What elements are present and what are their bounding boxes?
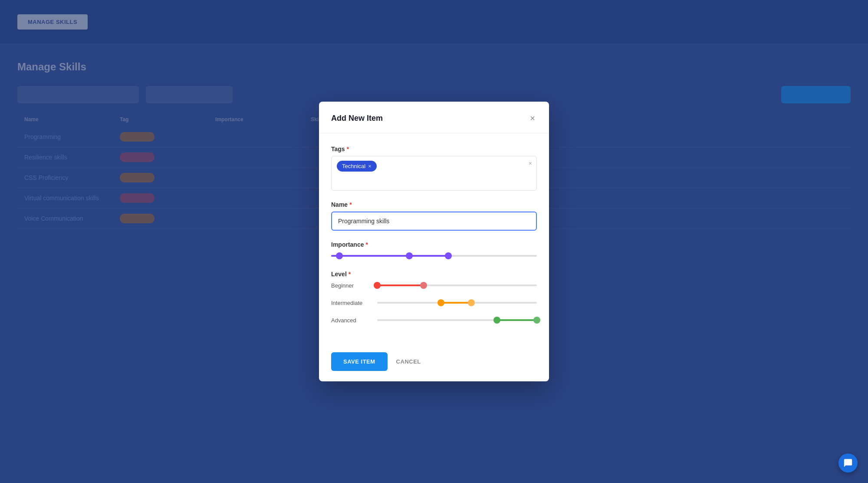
- beginner-thumb-right[interactable]: [420, 282, 427, 289]
- beginner-slider-wrap: [377, 281, 537, 290]
- beginner-thumb-left[interactable]: [374, 282, 381, 289]
- intermediate-level-row: Intermediate: [331, 298, 537, 307]
- beginner-label: Beginner: [331, 282, 370, 289]
- add-new-item-modal: Add New Item × Tags * Technical × ×: [319, 102, 549, 381]
- advanced-level-row: Advanced: [331, 316, 537, 324]
- tags-input-container[interactable]: Technical × ×: [331, 156, 537, 191]
- intermediate-label: Intermediate: [331, 300, 370, 306]
- tag-chip-technical: Technical ×: [337, 161, 377, 172]
- importance-thumb-2[interactable]: [406, 252, 413, 259]
- importance-thumb-1[interactable]: [336, 252, 343, 259]
- cancel-button[interactable]: CANCEL: [395, 352, 423, 371]
- advanced-fill: [497, 319, 537, 321]
- modal-footer: SAVE ITEM CANCEL: [319, 345, 549, 381]
- modal-body: Tags * Technical × × Name *: [319, 133, 549, 345]
- tags-clear-button[interactable]: ×: [529, 160, 532, 167]
- tags-label: Tags *: [331, 146, 537, 152]
- name-input[interactable]: [331, 212, 537, 231]
- intermediate-fill: [441, 302, 471, 304]
- importance-slider-track: [331, 251, 537, 260]
- level-label: Level *: [331, 271, 537, 278]
- tag-chip-label: Technical: [342, 163, 365, 169]
- name-form-group: Name *: [331, 201, 537, 231]
- tag-chip-remove-button[interactable]: ×: [368, 163, 372, 169]
- chat-svg-icon: [843, 458, 853, 468]
- level-form-group: Level * Beginner Intermediate: [331, 271, 537, 324]
- advanced-label: Advanced: [331, 317, 370, 324]
- modal-title: Add New Item: [331, 114, 383, 123]
- tags-form-group: Tags * Technical × ×: [331, 146, 537, 191]
- advanced-thumb-left[interactable]: [493, 317, 500, 324]
- beginner-fill: [377, 285, 424, 286]
- intermediate-slider-wrap: [377, 298, 537, 307]
- advanced-slider-wrap: [377, 316, 537, 324]
- intermediate-thumb-right[interactable]: [468, 299, 475, 306]
- save-item-button[interactable]: SAVE ITEM: [331, 352, 388, 371]
- name-label: Name *: [331, 201, 537, 208]
- importance-label: Importance *: [331, 241, 537, 248]
- beginner-level-row: Beginner: [331, 281, 537, 290]
- intermediate-thumb-left[interactable]: [437, 299, 444, 306]
- modal-close-button[interactable]: ×: [528, 112, 537, 124]
- importance-form-group: Importance *: [331, 241, 537, 260]
- advanced-thumb-right[interactable]: [533, 317, 540, 324]
- importance-slider-fill: [331, 255, 450, 257]
- modal-header: Add New Item ×: [319, 102, 549, 133]
- chat-icon[interactable]: [838, 453, 858, 473]
- modal-overlay: Add New Item × Tags * Technical × ×: [0, 0, 868, 483]
- importance-thumb-3[interactable]: [445, 252, 452, 259]
